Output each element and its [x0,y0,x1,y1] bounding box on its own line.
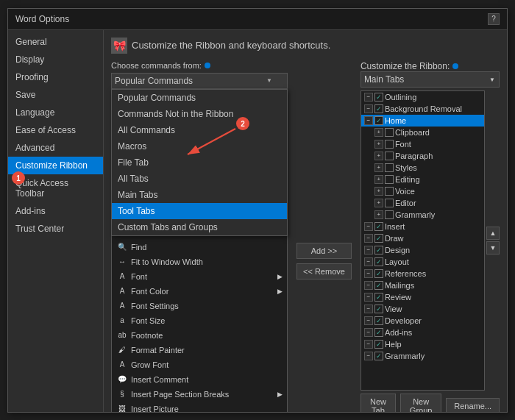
expand-references[interactable]: − [364,269,373,278]
check-bg-removal[interactable] [374,104,383,113]
check-home[interactable] [374,116,383,125]
expand-add-ins[interactable]: − [364,328,373,337]
expand-grammarly[interactable]: − [364,352,373,360]
rename-button[interactable]: Rename... [446,398,500,412]
tree-editing[interactable]: + Editing [361,174,484,185]
cmd-insert-page-breaks[interactable]: § Insert Page Section Breaks ▶ [112,387,287,402]
sidebar-item-add-ins[interactable]: Add-ins [8,202,103,220]
check-editor[interactable] [385,199,394,207]
dropdown-item-not-in-ribbon[interactable]: Commands Not in the Ribbon [112,106,287,122]
expand-home[interactable]: − [364,116,373,125]
expand-styles[interactable]: + [374,163,383,172]
sidebar-item-display[interactable]: Display [8,51,103,68]
commands-dropdown[interactable]: Popular Commands [111,73,288,89]
tree-help[interactable]: − Help [361,338,484,350]
check-outlining[interactable] [374,93,383,102]
cmd-font-size[interactable]: a Font Size [112,313,287,328]
sidebar-item-general[interactable]: General [8,33,103,51]
expand-bg-removal[interactable]: − [364,104,373,113]
expand-layout[interactable]: − [364,257,373,266]
expand-grammarly-home[interactable]: + [374,210,383,219]
remove-button[interactable]: << Remove [296,263,352,280]
tree-review[interactable]: − Review [361,291,484,303]
add-button[interactable]: Add >> [296,243,352,259]
expand-help[interactable]: − [364,340,373,349]
tree-add-ins[interactable]: − Add-ins [361,327,484,338]
cmd-font-settings[interactable]: A Font Settings [112,299,287,313]
expand-developer[interactable]: − [364,316,373,325]
cmd-fit-window[interactable]: ↔ Fit to Window Width [112,255,287,269]
ribbon-dropdown[interactable]: Main Tabs Tool Tabs All Tabs [360,71,500,88]
check-mailings[interactable] [374,281,383,290]
expand-editing[interactable]: + [374,175,383,184]
check-editing[interactable] [385,175,394,184]
tree-styles[interactable]: + Styles [361,162,484,174]
scroll-up-button[interactable]: ▲ [486,227,500,240]
help-button[interactable]: ? [488,13,500,25]
check-layout[interactable] [374,257,383,266]
dropdown-item-popular[interactable]: Popular Commands [112,90,287,106]
tree-voice[interactable]: + Voice [361,185,484,197]
cmd-insert-comment[interactable]: 💬 Insert Comment [112,372,287,387]
tree-paragraph[interactable]: + Paragraph [361,150,484,162]
dropdown-item-tool-tabs[interactable]: Tool Tabs [112,203,287,219]
new-tab-button[interactable]: New Tab [360,394,396,412]
sidebar-item-proofing[interactable]: Proofing [8,68,103,86]
check-grammarly-home[interactable] [385,210,394,219]
tree-insert[interactable]: − Insert [361,221,484,232]
sidebar-item-quick-access-toolbar[interactable]: Quick Access Toolbar [8,174,103,202]
tree-draw[interactable]: − Draw [361,232,484,244]
expand-mailings[interactable]: − [364,281,373,290]
expand-font[interactable]: + [374,140,383,149]
check-developer[interactable] [374,316,383,325]
scroll-down-button[interactable]: ▼ [486,241,500,255]
sidebar-item-trust-center[interactable]: Trust Center [8,220,103,238]
sidebar-item-language[interactable]: Language [8,104,103,121]
dropdown-item-main-tabs[interactable]: Main Tabs [112,187,287,203]
check-help[interactable] [374,340,383,349]
expand-outlining[interactable]: − [364,93,373,102]
check-paragraph[interactable] [385,152,394,160]
check-styles[interactable] [385,163,394,172]
cmd-font[interactable]: A Font ▶ [112,269,287,284]
check-draw[interactable] [374,234,383,243]
tree-home[interactable]: − Home [361,115,484,127]
expand-design[interactable]: − [364,246,373,255]
tree-references[interactable]: − References [361,268,484,280]
tree-developer[interactable]: − Developer [361,315,484,327]
new-group-button[interactable]: New Group [400,394,441,412]
cmd-font-color[interactable]: A Font Color ▶ [112,284,287,299]
sidebar-item-customize-ribbon[interactable]: Customize Ribbon [8,157,103,174]
ribbon-tree[interactable]: − Outlining − Background Removal − [360,90,485,391]
cmd-format-painter[interactable]: 🖌 Format Painter [112,343,287,357]
check-clipboard[interactable] [385,128,394,137]
check-font[interactable] [385,140,394,149]
expand-view[interactable]: − [364,305,373,313]
cmd-footnote[interactable]: ab Footnote [112,328,287,343]
check-review[interactable] [374,293,383,302]
tree-layout[interactable]: − Layout [361,256,484,268]
tree-grammarly[interactable]: − Grammarly [361,350,484,362]
tree-background-removal[interactable]: − Background Removal [361,103,484,115]
check-add-ins[interactable] [374,328,383,337]
expand-voice[interactable]: + [374,187,383,196]
sidebar-item-advanced[interactable]: Advanced [8,139,103,157]
tree-mailings[interactable]: − Mailings [361,280,484,291]
check-view[interactable] [374,305,383,313]
expand-paragraph[interactable]: + [374,152,383,160]
tree-design[interactable]: − Design [361,244,484,256]
tree-font[interactable]: + Font [361,138,484,150]
dropdown-item-file-tab[interactable]: File Tab [112,154,287,171]
dropdown-item-custom-tabs[interactable]: Custom Tabs and Groups [112,219,287,235]
check-design[interactable] [374,246,383,255]
expand-clipboard[interactable]: + [374,128,383,137]
expand-draw[interactable]: − [364,234,373,243]
check-references[interactable] [374,269,383,278]
tree-clipboard[interactable]: + Clipboard [361,127,484,138]
dropdown-item-all-tabs[interactable]: All Tabs [112,171,287,187]
tree-editor[interactable]: + Editor [361,197,484,209]
expand-review[interactable]: − [364,293,373,302]
tree-outlining[interactable]: − Outlining [361,91,484,103]
tree-grammarly-home[interactable]: + Grammarly [361,209,484,221]
dropdown-item-all-commands[interactable]: All Commands [112,122,287,138]
